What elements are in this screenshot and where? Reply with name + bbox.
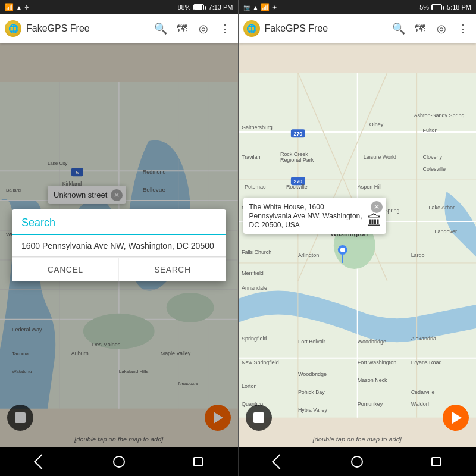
home-button-left[interactable] [106, 449, 132, 475]
svg-text:Cedarville: Cedarville [411, 389, 434, 395]
right-phone-panel: 📷 ▲ 📶 ✈ 5% 5:18 PM 🌐 FakeGPS Free 🔍 🗺 ◎ [239, 0, 477, 447]
battery-icon-left [193, 4, 204, 10]
back-button-left[interactable] [27, 449, 53, 475]
left-status-bar: 📶 ▲ ✈ 88% 7:13 PM [0, 0, 238, 14]
left-map-area[interactable]: 5 Seattle Bellevue Redmond Kirkland Lake… [0, 43, 238, 447]
svg-text:Annandale: Annandale [241, 285, 267, 291]
wifi-icon-right: 📶 [261, 3, 270, 11]
right-map-bottom [239, 405, 477, 431]
play-button-right[interactable] [443, 405, 469, 431]
right-nav [239, 447, 477, 476]
svg-text:Aspen Hill: Aspen Hill [357, 184, 381, 190]
search-icon-left[interactable]: 🔍 [152, 20, 169, 37]
left-phone-panel: 📶 ▲ ✈ 88% 7:13 PM 🌐 FakeGPS Free 🔍 🗺 ◎ ⋮ [0, 0, 239, 447]
navigation-bar [0, 447, 476, 476]
svg-text:Springfield: Springfield [241, 336, 266, 342]
svg-text:Alexandria: Alexandria [411, 336, 436, 342]
svg-text:Arlington: Arlington [298, 252, 318, 258]
signal-icon-right: ▲ [253, 4, 259, 11]
svg-text:Regional Park: Regional Park [280, 157, 314, 163]
notification-icon: 📷 [243, 4, 250, 11]
svg-text:Rockville: Rockville [286, 184, 307, 190]
right-status-bar: 📷 ▲ 📶 ✈ 5% 5:18 PM [239, 0, 477, 14]
left-toolbar: 🌐 FakeGPS Free 🔍 🗺 ◎ ⋮ [0, 14, 238, 43]
globe-icon-left[interactable]: 🗺 [174, 20, 190, 37]
svg-text:Travilah: Travilah [241, 154, 260, 160]
svg-point-92 [340, 248, 345, 252]
svg-text:Colesville: Colesville [422, 166, 445, 172]
map-hint-right: [double tap on the map to add] [239, 436, 477, 443]
home-button-right[interactable] [344, 449, 370, 475]
back-icon-right [272, 454, 287, 469]
svg-text:Olney: Olney [369, 121, 383, 127]
battery-fill-left [194, 5, 202, 10]
app-logo-left: 🌐 [5, 20, 21, 37]
search-button[interactable]: Search [119, 258, 226, 281]
left-nav [0, 447, 239, 476]
status-right-info: 88% 7:13 PM [178, 4, 233, 11]
svg-text:Leisure World: Leisure World [363, 154, 396, 160]
battery-fill-right [432, 5, 433, 10]
home-icon-right [351, 456, 363, 468]
back-icon-left [34, 454, 49, 469]
play-icon-right [452, 412, 462, 424]
svg-text:Ashton-Sandy Spring: Ashton-Sandy Spring [414, 112, 464, 118]
svg-text:Fort Washington: Fort Washington [357, 359, 396, 365]
search-dialog: Search 1600 Pennsylvania Ave NW, Washing… [12, 209, 226, 281]
app-title-left: FakeGPS Free [26, 23, 148, 34]
more-icon-right[interactable]: ⋮ [455, 20, 471, 37]
wifi-icon: 📶 [5, 3, 14, 11]
stop-button-right[interactable] [246, 405, 272, 431]
cancel-search-button[interactable]: Cancel [12, 258, 119, 281]
svg-text:Potomac: Potomac [244, 184, 265, 190]
svg-text:Pohick Bay: Pohick Bay [298, 389, 324, 395]
location-icon-left[interactable]: ◎ [195, 20, 212, 37]
airplane-icon-right: ✈ [272, 4, 277, 11]
stop-icon-right [253, 412, 264, 423]
back-button-right[interactable] [265, 449, 291, 475]
search-dialog-overlay: Search 1600 Pennsylvania Ave NW, Washing… [0, 43, 238, 447]
svg-text:270: 270 [293, 131, 302, 137]
more-icon-left[interactable]: ⋮ [217, 20, 233, 37]
battery-percent-left: 88% [178, 4, 191, 11]
signal-icon: ▲ [16, 4, 22, 11]
info-close-right[interactable]: ✕ [371, 201, 383, 213]
search-input-field[interactable]: 1600 Pennsylvania Ave NW, Washington, DC… [12, 235, 226, 257]
battery-icon-right [431, 4, 442, 10]
search-dialog-title: Search [12, 209, 226, 235]
right-toolbar: 🌐 FakeGPS Free 🔍 🗺 ◎ ⋮ [239, 14, 477, 43]
status-left-icons-right: 📷 ▲ 📶 ✈ [243, 3, 277, 11]
svg-text:Largo: Largo [411, 252, 424, 258]
time-left: 7:13 PM [209, 4, 233, 11]
svg-text:Mason Neck: Mason Neck [357, 377, 387, 383]
svg-text:Fort Belvoir: Fort Belvoir [298, 339, 325, 345]
svg-text:Rock Creek: Rock Creek [280, 151, 308, 157]
recent-button-right[interactable] [423, 449, 449, 475]
svg-text:Gaithersburg: Gaithersburg [241, 124, 272, 130]
search-icon-right[interactable]: 🔍 [390, 20, 407, 37]
info-text-right: The White House, 1600 Pennsylvania Ave N… [249, 203, 362, 229]
recent-icon-right [431, 457, 441, 466]
right-map-area[interactable]: 270 495 270 Gaithersburg Olney Ashton-Sa… [239, 43, 477, 447]
close-icon-right: ✕ [374, 203, 380, 211]
status-right-info-right: 5% 5:18 PM [419, 4, 471, 11]
globe-icon-right[interactable]: 🗺 [412, 20, 428, 37]
svg-text:Landover: Landover [434, 228, 456, 234]
info-bubble-right: The White House, 1600 Pennsylvania Ave N… [243, 198, 386, 234]
battery-percent-right: 5% [419, 4, 429, 11]
building-icon: 🏛 [367, 212, 381, 229]
svg-text:Lorton: Lorton [241, 383, 256, 389]
location-icon-right[interactable]: ◎ [433, 20, 450, 37]
svg-text:Woodbridge: Woodbridge [298, 371, 326, 377]
svg-text:Merrifield: Merrifield [241, 270, 263, 276]
search-dialog-buttons: Cancel Search [12, 257, 226, 281]
svg-text:Bryans Road: Bryans Road [411, 359, 441, 365]
home-icon-left [113, 456, 125, 468]
svg-text:Lake Arbor: Lake Arbor [428, 205, 454, 211]
dc-map-svg: 270 495 270 Gaithersburg Olney Ashton-Sa… [239, 43, 477, 447]
app-logo-right: 🌐 [243, 20, 260, 37]
status-left-icons: 📶 ▲ ✈ [5, 3, 29, 11]
recent-button-left[interactable] [185, 449, 211, 475]
time-right: 5:18 PM [447, 4, 471, 11]
recent-icon-left [193, 457, 203, 466]
